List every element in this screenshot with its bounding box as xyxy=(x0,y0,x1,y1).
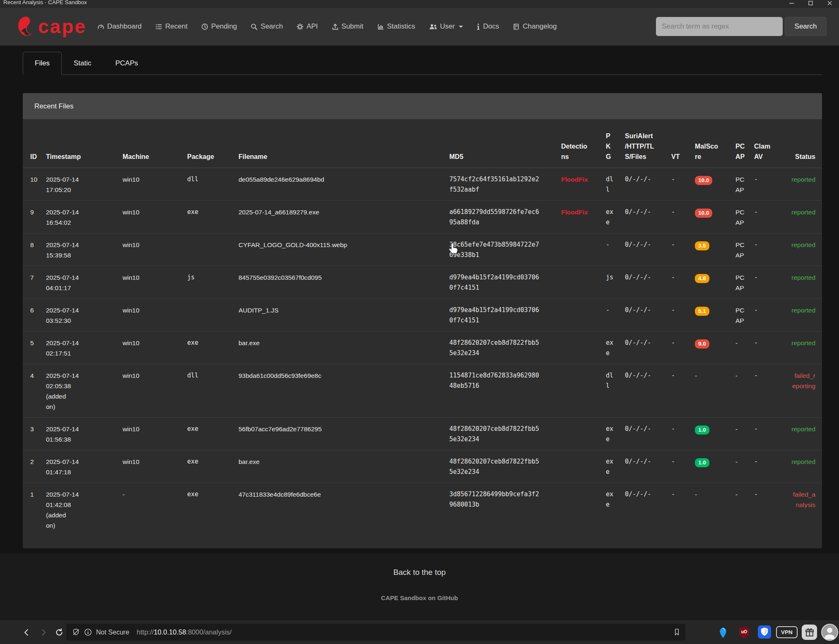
table-row[interactable]: 102025-07-1417:05:20win10dllde055a89de24… xyxy=(23,168,822,201)
pcap-link[interactable]: PCAP xyxy=(735,209,745,226)
browser-back-button[interactable] xyxy=(21,627,32,638)
cell-pcap: - xyxy=(731,332,750,364)
cell-pkg: exe xyxy=(602,483,621,536)
status-badge: reported xyxy=(791,339,815,346)
cape-logo[interactable]: cape xyxy=(16,16,87,37)
search-button[interactable]: Search xyxy=(785,17,827,36)
github-link[interactable]: CAPE Sandbox on GitHub xyxy=(0,594,839,601)
cell-filename: AUDITP_1.JS xyxy=(234,299,445,332)
table-row[interactable]: 92025-07-1416:54:02win10exe2025-07-14_a6… xyxy=(23,201,822,233)
nav-item-label: Recent xyxy=(165,22,188,31)
cell-clamav: - xyxy=(750,450,785,483)
table-header-row: IDTimestampMachinePackageFilenameMD5Dete… xyxy=(23,119,822,168)
cell-detections xyxy=(557,483,602,536)
table-row[interactable]: 32025-07-1401:56:38win10exe56fb07acc7e96… xyxy=(23,418,822,450)
cell-machine: win10 xyxy=(118,299,183,332)
malscore-badge: 10.0 xyxy=(695,209,712,218)
bitwarden-extension-icon[interactable] xyxy=(758,625,771,640)
column-header-md5: MD5 xyxy=(445,119,557,168)
dashboard-icon xyxy=(97,23,104,30)
url-text[interactable]: http://10.0.10.58:8000/analysis/ xyxy=(137,628,231,636)
table-row[interactable]: 22025-07-1401:47:18win10exebar.exe48f286… xyxy=(23,450,822,483)
table-row[interactable]: 72025-07-1404:01:17win10js845755e0392c03… xyxy=(23,266,822,299)
back-to-top-link[interactable]: Back to the top xyxy=(0,553,839,577)
browser-forward-button[interactable] xyxy=(38,627,49,638)
nav-item-label: Changelog xyxy=(523,22,557,31)
pcap-link[interactable]: PCAP xyxy=(735,176,745,193)
cell-surialert: 0/-/-/- xyxy=(621,168,667,201)
column-header-package: Package xyxy=(183,119,234,168)
maximize-button[interactable] xyxy=(801,0,820,7)
table-row[interactable]: 52025-07-1402:17:51win10exebar.exe48f286… xyxy=(23,332,822,364)
cell-vt: - xyxy=(667,266,691,299)
malscore-badge: 3.5 xyxy=(695,241,709,250)
minimize-button[interactable] xyxy=(782,0,801,7)
recent-files-card: Recent Files IDTimestampMachinePackageFi… xyxy=(23,93,822,548)
minimize-icon xyxy=(789,1,794,5)
tab-files[interactable]: Files xyxy=(23,52,62,75)
nav-item-search[interactable]: Search xyxy=(251,22,283,31)
cell-pcap: PCAP xyxy=(731,266,750,299)
ublock-extension-icon[interactable]: uO xyxy=(738,626,750,641)
column-header-surialert: SuriAlert/HTTP/TLS/Files xyxy=(621,119,667,168)
cell-package xyxy=(183,233,234,266)
pcap-link[interactable]: PCAP xyxy=(735,307,745,324)
gift-extension-button[interactable] xyxy=(802,625,817,640)
vpn-extension-badge[interactable]: VPN xyxy=(776,626,798,638)
cell-package: dll xyxy=(183,364,234,418)
nav-item-changelog[interactable]: Changelog xyxy=(513,22,557,31)
profile-avatar[interactable] xyxy=(821,624,838,641)
tab-pcaps[interactable]: PCAPs xyxy=(103,52,150,75)
tab-static[interactable]: Static xyxy=(62,52,104,75)
cell-id: 7 xyxy=(23,266,42,299)
cell-timestamp: 2025-07-1402:05:38(addedon) xyxy=(42,364,118,418)
detection-label[interactable]: FloodFix xyxy=(561,176,588,183)
detection-label[interactable]: FloodFix xyxy=(561,209,588,216)
nav-item-api[interactable]: API xyxy=(297,22,318,31)
cell-status: failed_reporting xyxy=(785,364,822,418)
cell-malscore: 3.5 xyxy=(691,233,731,266)
cell-timestamp: 2025-07-1404:01:17 xyxy=(42,266,118,299)
table-row[interactable]: 62025-07-1403:52:30win10AUDITP_1.JSd979e… xyxy=(23,299,822,332)
cell-md5: 48f28620207ceb8d7822fbb55e32e234 xyxy=(445,418,557,450)
cell-md5: 3d856712286499bb9cefa3f29680013b xyxy=(445,483,557,536)
table-row[interactable]: 12025-07-1401:42:08(addedon)-exe47c31183… xyxy=(23,483,822,536)
nav-item-user[interactable]: User xyxy=(429,22,463,31)
pcap-link[interactable]: PCAP xyxy=(735,241,745,259)
nav-item-recent[interactable]: Recent xyxy=(155,22,188,31)
cell-clamav: - xyxy=(750,483,785,536)
cell-filename: CYFAR_LOGO_GOLD-400x115.webp xyxy=(234,233,445,266)
cell-id: 4 xyxy=(23,364,42,418)
nav-item-statistics[interactable]: Statistics xyxy=(377,22,415,31)
nav-item-label: Docs xyxy=(483,22,499,31)
browser-reload-button[interactable] xyxy=(53,627,65,638)
bookmark-icon[interactable] xyxy=(673,627,680,638)
cell-pkg: dll xyxy=(602,364,621,418)
cell-detections xyxy=(557,266,602,299)
cell-status: reported xyxy=(785,450,822,483)
card-title: Recent Files xyxy=(23,93,822,119)
cell-package: exe xyxy=(183,332,234,364)
cell-md5: 1154871ce8d762833a96298048eb5716 xyxy=(445,364,557,418)
url-bar[interactable]: Not Secure http://10.0.10.58:8000/analys… xyxy=(66,624,685,641)
cell-md5: d979ea4b15f2a4199cd037060f7c4151 xyxy=(445,299,557,332)
search-input[interactable] xyxy=(656,17,783,36)
close-button[interactable] xyxy=(820,0,839,7)
cell-surialert: 0/-/-/- xyxy=(621,418,667,450)
cell-id: 9 xyxy=(23,201,42,233)
upload-icon xyxy=(332,23,339,30)
nav-item-docs[interactable]: Docs xyxy=(477,22,499,31)
cell-id: 10 xyxy=(23,168,42,201)
nav-item-submit[interactable]: Submit xyxy=(332,22,364,31)
extension-pin-icon[interactable] xyxy=(718,625,728,641)
cell-pkg: exe xyxy=(602,418,621,450)
cell-vt: - xyxy=(667,332,691,364)
column-header-machine: Machine xyxy=(118,119,183,168)
pcap-link[interactable]: PCAP xyxy=(735,274,745,291)
table-row[interactable]: 42025-07-1402:05:38(addedon)win10dll93bd… xyxy=(23,364,822,418)
column-header-timestamp: Timestamp xyxy=(42,119,118,168)
cell-md5: d979ea4b15f2a4199cd037060f7c4151 xyxy=(445,266,557,299)
table-row[interactable]: 82025-07-1415:39:58win10CYFAR_LOGO_GOLD-… xyxy=(23,233,822,266)
nav-item-dashboard[interactable]: Dashboard xyxy=(97,22,142,31)
nav-item-pending[interactable]: Pending xyxy=(201,22,237,31)
